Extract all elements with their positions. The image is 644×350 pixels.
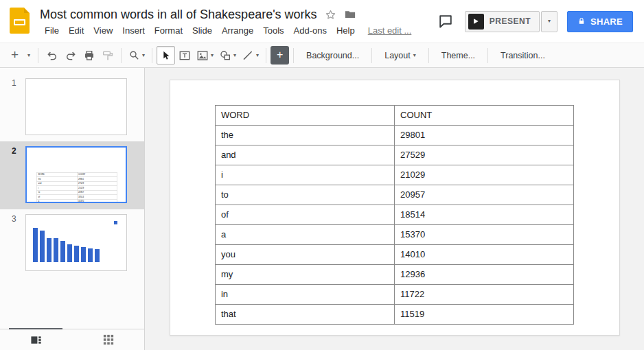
menu-item-add-ons[interactable]: Add-ons — [289, 24, 332, 37]
table-cell[interactable]: of — [215, 205, 394, 225]
share-button[interactable]: SHARE — [567, 11, 633, 32]
chevron-down-icon: ▾ — [27, 53, 30, 58]
insert-image-button[interactable]: ▾ — [194, 46, 216, 65]
shape-icon — [219, 49, 231, 62]
paint-roller-icon — [102, 49, 114, 62]
table-cell[interactable]: 15370 — [395, 225, 574, 245]
new-slide-button[interactable]: + — [5, 46, 24, 65]
slide-thumbnail-row-1[interactable]: 1 Most common words in all of Shakespear… — [0, 73, 144, 141]
table-cell[interactable]: 18514 — [395, 205, 574, 225]
menu-item-tools[interactable]: Tools — [258, 24, 288, 37]
table-cell[interactable]: i — [215, 165, 394, 185]
table-row: my12936 — [215, 265, 573, 285]
menu-item-format[interactable]: Format — [150, 24, 187, 37]
table-cell[interactable]: a — [215, 225, 394, 245]
thumb-chart-bars — [33, 226, 119, 262]
present-group: PRESENT ▾ — [465, 11, 557, 32]
plus-icon: + — [11, 48, 19, 61]
last-edit-link[interactable]: Last edit ... — [368, 25, 412, 36]
table-cell[interactable]: 11722 — [395, 285, 574, 305]
table-cell[interactable]: that — [215, 305, 394, 325]
table-cell[interactable]: 27529 — [395, 145, 574, 165]
table-cell[interactable]: my — [215, 265, 394, 285]
toolbar-separator — [293, 48, 294, 63]
table-header-cell[interactable]: COUNT — [395, 106, 574, 126]
table-row: the29801 — [215, 126, 573, 145]
chevron-down-icon: ▾ — [233, 53, 236, 58]
slide-1-thumbnail[interactable]: Most common words in all of Shakespeare'… — [25, 78, 127, 135]
redo-button[interactable] — [61, 46, 80, 65]
table-row: i21029 — [215, 165, 573, 185]
slide-3-thumbnail[interactable] — [25, 214, 127, 271]
menu-item-help[interactable]: Help — [332, 24, 360, 37]
menu-item-slide[interactable]: Slide — [187, 24, 217, 37]
table-cell[interactable]: 12936 — [395, 265, 574, 285]
zoom-button[interactable]: ▾ — [126, 46, 148, 65]
thumb-scale: WORDCOUNT the29801and27529i21029to20957o… — [27, 148, 127, 203]
menu-item-arrange[interactable]: Arrange — [217, 24, 258, 37]
menu-item-edit[interactable]: Edit — [64, 24, 89, 37]
mini-chart-bar — [67, 244, 72, 262]
table-cell: a — [37, 199, 77, 203]
present-dropdown-button[interactable]: ▾ — [541, 11, 557, 32]
mini-slide-2: WORDCOUNT the29801and27529i21029to20957o… — [27, 172, 127, 203]
insert-shape-button[interactable]: ▾ — [216, 46, 239, 65]
mini-chart-bar — [47, 238, 51, 262]
new-slide-dropdown[interactable]: ▾ — [24, 46, 34, 65]
content: 1 Most common words in all of Shakespear… — [0, 68, 644, 350]
table-header-cell[interactable]: WORD — [215, 106, 394, 126]
paint-format-button[interactable] — [98, 46, 117, 65]
undo-button[interactable] — [43, 46, 61, 65]
document-title[interactable]: Most common words in all of Shakespeare'… — [40, 8, 317, 22]
table-cell[interactable]: 14010 — [395, 245, 574, 265]
star-icon[interactable] — [325, 9, 336, 21]
header-main: Most common words in all of Shakespeare'… — [40, 0, 411, 43]
table-cell[interactable]: you — [215, 245, 394, 265]
table-cell[interactable]: 21029 — [395, 165, 574, 185]
table-cell[interactable]: 29801 — [395, 126, 574, 145]
background-button[interactable]: Background... — [298, 46, 367, 65]
toolbar-separator — [266, 48, 266, 63]
table-row: and27529 — [215, 145, 573, 165]
table-row: of18514 — [215, 205, 573, 225]
select-tool-button[interactable] — [157, 46, 175, 65]
theme-button[interactable]: Theme... — [433, 46, 483, 65]
slide-number: 2 — [0, 146, 25, 203]
text-box-button[interactable] — [175, 46, 194, 65]
transition-button[interactable]: Transition... — [492, 46, 553, 65]
print-icon — [83, 49, 95, 62]
filmstrip-view-icon — [30, 334, 42, 346]
mini-chart-bar — [33, 228, 38, 262]
slides-logo-icon[interactable] — [10, 8, 30, 34]
menu-item-view[interactable]: View — [89, 24, 117, 37]
mini-chart-bar — [81, 247, 86, 262]
table-cell[interactable]: 20957 — [395, 185, 574, 205]
slide-thumbnail-row-3[interactable]: 3 — [0, 209, 144, 277]
menu-item-file[interactable]: File — [40, 24, 64, 37]
table-cell[interactable]: to — [215, 185, 394, 205]
table-cell[interactable]: the — [215, 126, 394, 145]
word-count-table: WORDCOUNT the29801and27529i21029to20957o… — [215, 105, 574, 325]
insert-comment-button[interactable]: + — [271, 46, 289, 65]
table-cell[interactable]: 11519 — [395, 305, 574, 325]
table-cell[interactable]: and — [215, 145, 394, 165]
filmstrip-view-button[interactable] — [0, 329, 72, 350]
menu-item-insert[interactable]: Insert — [117, 24, 150, 37]
slide-2-thumbnail[interactable]: WORDCOUNT the29801and27529i21029to20957o… — [25, 146, 127, 203]
grid-view-button[interactable] — [72, 329, 144, 350]
table-cell[interactable]: in — [215, 285, 394, 305]
table-row: to20957 — [215, 185, 573, 205]
comment-history-button[interactable] — [436, 12, 455, 31]
insert-line-button[interactable]: ▾ — [239, 46, 262, 65]
mini-chart-bar — [40, 231, 45, 262]
slide-canvas[interactable]: WORDCOUNT the29801and27529i21029to20957o… — [170, 80, 620, 336]
slide-thumbnail-row-2[interactable]: 2 WORDCOUNT the29801and27529i21029to2095… — [0, 141, 144, 209]
layout-label: Layout — [384, 51, 411, 60]
chevron-down-icon: ▾ — [142, 53, 145, 58]
layout-button[interactable]: Layout ▾ — [376, 46, 424, 65]
play-icon — [468, 14, 484, 30]
toolbar-separator — [428, 48, 429, 63]
print-button[interactable] — [80, 46, 98, 65]
present-button[interactable]: PRESENT — [465, 11, 540, 32]
move-folder-icon[interactable] — [344, 8, 356, 21]
